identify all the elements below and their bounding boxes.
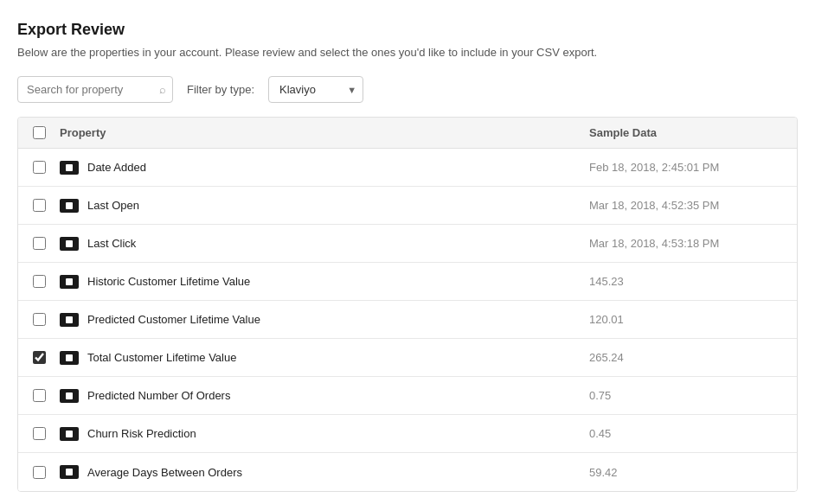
row-checkbox-col	[18, 275, 60, 288]
row-property-4: Historic Customer Lifetime Value	[60, 275, 589, 289]
table-header: Property Sample Data	[18, 118, 797, 149]
search-wrapper: ⌕	[17, 76, 173, 103]
table-row: Last Open Mar 18, 2018, 4:52:35 PM	[18, 187, 797, 225]
row-checkbox-9[interactable]	[33, 466, 46, 479]
page-description: Below are the properties in your account…	[17, 46, 798, 59]
row-checkbox-col	[18, 237, 60, 250]
column-header-property: Property	[60, 126, 589, 139]
row-checkbox-4[interactable]	[33, 275, 46, 288]
row-checkbox-col	[18, 161, 60, 174]
select-all-checkbox[interactable]	[33, 126, 46, 139]
table-row: Predicted Number Of Orders 0.75	[18, 377, 797, 415]
property-icon	[60, 389, 79, 403]
table-row: Total Customer Lifetime Value 265.24	[18, 339, 797, 377]
row-sample-8: 0.45	[589, 427, 797, 440]
row-sample-9: 59.42	[589, 466, 797, 479]
search-input[interactable]	[17, 76, 173, 103]
row-property-5: Predicted Customer Lifetime Value	[60, 313, 589, 327]
row-property-6: Total Customer Lifetime Value	[60, 351, 589, 365]
property-name: Last Click	[87, 237, 136, 250]
table-row: Predicted Customer Lifetime Value 120.01	[18, 301, 797, 339]
row-sample-6: 265.24	[589, 351, 797, 364]
table-row: Churn Risk Prediction 0.45	[18, 415, 797, 453]
property-name: Predicted Number Of Orders	[87, 389, 230, 402]
toolbar: ⌕ Filter by type: Klaviyo Custom All ▼	[17, 76, 798, 103]
property-name: Total Customer Lifetime Value	[87, 351, 236, 364]
page-title: Export Review	[17, 21, 798, 39]
row-sample-4: 145.23	[589, 275, 797, 288]
header-checkbox-col	[18, 126, 60, 139]
row-checkbox-2[interactable]	[33, 199, 46, 212]
row-sample-7: 0.75	[589, 389, 797, 402]
column-header-sample: Sample Data	[589, 126, 797, 139]
row-checkbox-col	[18, 389, 60, 402]
filter-select[interactable]: Klaviyo Custom All	[268, 76, 363, 103]
row-checkbox-col	[18, 351, 60, 364]
property-name: Last Open	[87, 199, 139, 212]
property-name: Predicted Customer Lifetime Value	[87, 313, 260, 326]
row-checkbox-6[interactable]	[33, 351, 46, 364]
row-checkbox-1[interactable]	[33, 161, 46, 174]
property-icon	[60, 161, 79, 175]
row-sample-5: 120.01	[589, 313, 797, 326]
row-checkbox-8[interactable]	[33, 427, 46, 440]
property-icon	[60, 313, 79, 327]
row-sample-1: Feb 18, 2018, 2:45:01 PM	[589, 161, 797, 174]
row-property-9: Average Days Between Orders	[60, 465, 589, 479]
row-checkbox-5[interactable]	[33, 313, 46, 326]
property-name: Average Days Between Orders	[87, 466, 242, 479]
table-row: Last Click Mar 18, 2018, 4:53:18 PM	[18, 225, 797, 263]
property-icon	[60, 275, 79, 289]
row-checkbox-col	[18, 427, 60, 440]
row-checkbox-col	[18, 313, 60, 326]
property-name: Churn Risk Prediction	[87, 427, 196, 440]
properties-table: Property Sample Data Date Added Feb 18, …	[17, 117, 798, 492]
row-checkbox-col	[18, 199, 60, 212]
table-row: Average Days Between Orders 59.42	[18, 453, 797, 491]
filter-label: Filter by type:	[187, 83, 254, 96]
property-icon	[60, 237, 79, 251]
property-icon	[60, 199, 79, 213]
table-row: Date Added Feb 18, 2018, 2:45:01 PM	[18, 149, 797, 187]
row-property-7: Predicted Number Of Orders	[60, 389, 589, 403]
row-property-8: Churn Risk Prediction	[60, 427, 589, 441]
row-sample-2: Mar 18, 2018, 4:52:35 PM	[589, 199, 797, 212]
property-icon	[60, 351, 79, 365]
row-property-2: Last Open	[60, 199, 589, 213]
table-body: Date Added Feb 18, 2018, 2:45:01 PM Last…	[18, 149, 797, 491]
row-sample-3: Mar 18, 2018, 4:53:18 PM	[589, 237, 797, 250]
property-name: Date Added	[87, 161, 146, 174]
property-icon	[60, 427, 79, 441]
row-checkbox-col	[18, 466, 60, 479]
table-row: Historic Customer Lifetime Value 145.23	[18, 263, 797, 301]
row-property-3: Last Click	[60, 237, 589, 251]
row-checkbox-3[interactable]	[33, 237, 46, 250]
row-property-1: Date Added	[60, 161, 589, 175]
row-checkbox-7[interactable]	[33, 389, 46, 402]
filter-select-wrapper: Klaviyo Custom All ▼	[268, 76, 363, 103]
property-icon	[60, 465, 79, 479]
property-name: Historic Customer Lifetime Value	[87, 275, 250, 288]
